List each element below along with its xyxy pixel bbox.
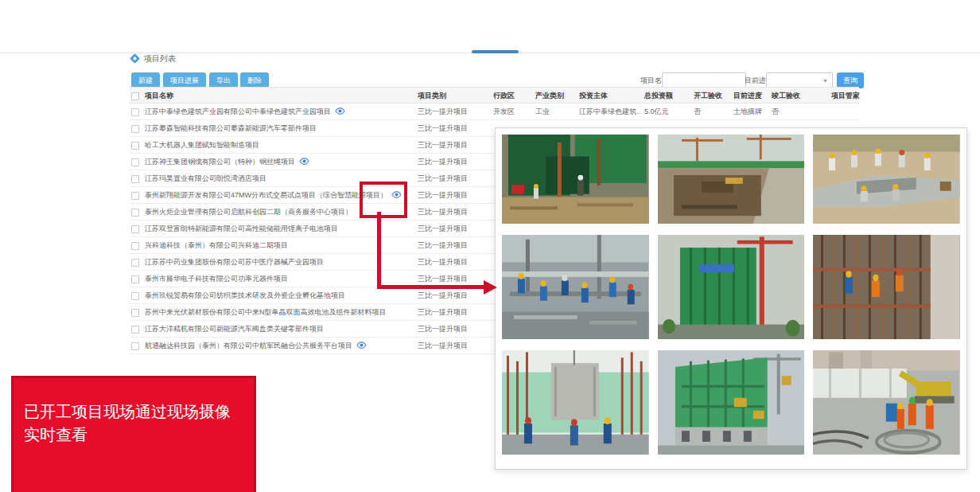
col-district: 行政区 (493, 88, 515, 103)
site-photo-7[interactable] (502, 350, 649, 455)
table-row: 江苏中泰绿色建筑产业园有限公司中泰绿色建筑产业园项目三比一提升项目开发区工业江苏… (130, 103, 859, 120)
project-category: 三比一提升项目 (418, 137, 468, 153)
project-category: 三比一提升项目 (418, 338, 468, 353)
col-completion-check: 竣工验收 (772, 88, 800, 103)
project-category: 三比一提升项目 (418, 321, 468, 337)
row-checkbox[interactable] (131, 242, 139, 250)
cell-progress: 土地摘牌 (733, 103, 762, 119)
new-button[interactable]: 新建 (131, 72, 160, 88)
row-checkbox[interactable] (131, 342, 139, 350)
project-category: 三比一提升项目 (418, 204, 468, 220)
row-checkbox[interactable] (131, 309, 139, 317)
project-name: 泰州玖锐贸易有限公司纺织类技术研发及外资企业孵化基地项目 (145, 287, 345, 303)
row-checkbox[interactable] (131, 209, 139, 217)
project-category: 三比一提升项目 (418, 237, 468, 253)
site-photo-6[interactable] (813, 235, 960, 339)
col-investor: 投资主体 (579, 88, 641, 103)
row-checkbox[interactable] (131, 175, 139, 183)
project-name: 江苏玛昊置业有限公司朗悦湾酒店项目 (145, 170, 266, 186)
row-checkbox[interactable] (131, 108, 139, 116)
col-amount: 总投资额 (644, 88, 673, 103)
row-checkbox[interactable] (131, 142, 139, 150)
cell-completion-check: 否 (772, 103, 779, 119)
delete-button[interactable]: 删除 (240, 72, 269, 88)
project-category: 三比一提升项目 (418, 187, 468, 203)
site-photo-2[interactable] (658, 135, 805, 224)
annotation-line-vertical (377, 212, 381, 287)
gear-icon (130, 53, 140, 64)
row-checkbox[interactable] (131, 225, 139, 233)
project-name: 苏州中来光伏新材股份有限公司中来N型单晶双面高效电池及组件新材料项目 (145, 304, 387, 320)
annotation-highlight-box (360, 182, 407, 218)
cell-district: 开发区 (493, 103, 515, 119)
project-name: 泰州市滕华电子科技有限公司功率元器件项目 (145, 271, 288, 287)
project-category: 三比一提升项目 (418, 120, 468, 136)
site-photo-8[interactable] (658, 350, 805, 455)
annotation-callout: 已开工项目现场通过现场摄像实时查看 (11, 376, 256, 492)
project-category: 三比一提升项目 (418, 304, 468, 320)
row-checkbox[interactable] (131, 192, 139, 200)
col-category: 项目类别 (418, 88, 446, 103)
eye-icon[interactable] (335, 107, 345, 115)
cell-investor: 江苏中泰绿色建筑... (579, 103, 641, 119)
project-name: 江苏中泰绿色建筑产业园有限公司中泰绿色建筑产业园项目 (145, 103, 345, 119)
site-camera-photo-panel (495, 127, 967, 470)
project-name: 江苏神王集团钢缆有限公司（特种）钢丝绳项目 (145, 154, 309, 170)
select-all-checkbox[interactable] (131, 92, 139, 100)
col-start-check: 开工验收 (694, 88, 722, 103)
project-name: 泰州火炬企业管理有限公司启航科创园二期（商务服务中心项目） (145, 204, 352, 220)
annotation-line-horizontal (377, 285, 484, 289)
cell-start-check: 否 (694, 103, 701, 119)
project-category: 三比一提升项目 (418, 287, 468, 303)
project-name: 江苏攀森智能科技有限公司攀森新能源汽车零部件项目 (145, 120, 317, 136)
progress-select[interactable]: ▼ (766, 72, 833, 88)
query-button[interactable]: 查询 (837, 72, 864, 88)
scrollbar-thumb[interactable] (472, 50, 519, 53)
app-window: 项目列表 新建 项目进展 导出 删除 项目名称 目前进度 ▼ 查询 项目名称 项… (0, 0, 980, 492)
row-checkbox[interactable] (131, 292, 139, 300)
cell-amount: 5.0亿元 (644, 103, 669, 119)
eye-icon[interactable] (299, 158, 309, 165)
annotation-arrowhead (484, 280, 497, 295)
site-photo-3[interactable] (813, 135, 960, 224)
eye-icon[interactable] (356, 342, 367, 349)
project-name-input[interactable] (662, 72, 746, 88)
cell-industry: 工业 (535, 103, 550, 119)
row-checkbox[interactable] (131, 326, 139, 334)
site-photo-1[interactable] (502, 135, 649, 224)
project-name: 江苏大洋精机有限公司新能源汽车阀盘类关键零部件项目 (145, 321, 324, 337)
project-category: 三比一提升项目 (418, 170, 468, 186)
chevron-down-icon: ▼ (822, 77, 828, 84)
site-photo-4[interactable] (502, 235, 649, 339)
row-checkbox[interactable] (131, 125, 139, 133)
site-photo-9[interactable] (813, 350, 960, 455)
project-category: 三比一提升项目 (418, 221, 468, 236)
export-button[interactable]: 导出 (209, 72, 238, 88)
col-progress: 目前进度 (733, 88, 762, 103)
row-checkbox[interactable] (131, 275, 139, 283)
project-name: 兴科迪科技（泰州）有限公司兴科迪二期项目 (145, 237, 288, 253)
project-category: 三比一提升项目 (418, 103, 468, 119)
progress-button[interactable]: 项目进展 (163, 72, 206, 88)
col-industry: 产业类别 (535, 88, 564, 103)
project-category: 三比一提升项目 (418, 254, 468, 270)
site-photo-5[interactable] (658, 235, 805, 339)
col-name: 项目名称 (145, 88, 173, 103)
row-checkbox[interactable] (131, 259, 139, 267)
project-name: 航通融达科技园（泰州）有限公司中航军民融合公共服务平台项目 (145, 338, 367, 353)
project-name: 江苏双登富朗特新能源有限公司高性能储能用锂离子电池项目 (145, 221, 338, 236)
col-manager: 项目管家 (831, 88, 860, 103)
project-category: 三比一提升项目 (418, 271, 468, 287)
table-header-row: 项目名称 项目类别 行政区 产业类别 投资主体 总投资额 开工验收 目前进度 竣… (130, 87, 859, 103)
project-category: 三比一提升项目 (418, 154, 468, 170)
project-name: 哈工大机器人集团赋知智能制造项目 (145, 137, 259, 153)
row-checkbox[interactable] (131, 158, 139, 166)
project-name: 江苏苏中药业集团股份有限公司苏中医疗器械产业园项目 (145, 254, 324, 270)
page-title: 项目列表 (144, 53, 176, 64)
